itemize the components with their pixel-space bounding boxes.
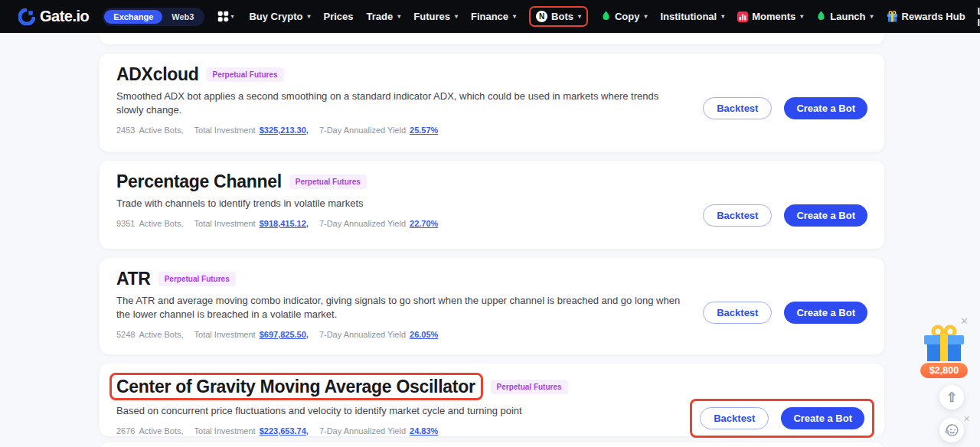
yield-value: 26.05% xyxy=(410,330,438,339)
nav-right-group: Log In Sign Up xyxy=(978,2,980,32)
back-to-top-button[interactable]: ⇧ xyxy=(939,385,964,409)
caret-down-icon: ▾ xyxy=(307,13,310,20)
caret-down-icon: ▾ xyxy=(513,13,516,20)
toggle-exchange[interactable]: Exchange xyxy=(104,10,162,24)
bots-n-icon: N xyxy=(536,11,547,22)
toggle-web3[interactable]: Web3 xyxy=(162,10,203,24)
caret-down-icon: ▾ xyxy=(230,13,234,20)
bot-title: ADXcloud xyxy=(116,63,199,86)
top-navbar: Gate.io Exchange Web3 ▾ Buy Crypto▾ Pric… xyxy=(0,0,980,33)
gate-logo[interactable]: Gate.io xyxy=(18,8,89,25)
nav-institutional[interactable]: Institutional▾ xyxy=(661,11,725,22)
bots-list: ADXcloud Perpetual Futures Smoothed ADX … xyxy=(0,33,980,447)
nav-buy-crypto[interactable]: Buy Crypto▾ xyxy=(249,11,310,22)
caret-down-icon: ▾ xyxy=(455,13,458,20)
yield-value: 22.70% xyxy=(410,219,438,228)
caret-down-icon: ▾ xyxy=(397,13,400,20)
caret-down-icon: ▾ xyxy=(578,13,581,20)
total-investment-value: $223,653.74, xyxy=(260,426,309,436)
nav-futures[interactable]: Futures▾ xyxy=(413,11,458,22)
nav-finance[interactable]: Finance▾ xyxy=(471,11,516,22)
bot-title: Percentage Channel xyxy=(116,170,282,193)
backtest-button[interactable]: Backtest xyxy=(703,204,772,227)
bot-card-atr: ATR Perpetual Futures The ATR and averag… xyxy=(100,258,884,354)
caret-down-icon: ▾ xyxy=(871,13,874,20)
bot-description: Trade with channels to identify trends i… xyxy=(116,197,687,210)
nav-trade[interactable]: Trade▾ xyxy=(367,11,401,22)
nav-launch[interactable]: Launch▾ xyxy=(816,11,873,22)
nav-moments[interactable]: Moments▾ xyxy=(737,11,803,22)
copy-flame-icon xyxy=(601,11,611,22)
gate-logo-icon xyxy=(18,8,35,25)
create-bot-button[interactable]: Create a Bot xyxy=(784,204,867,227)
logo-text: Gate.io xyxy=(40,8,89,25)
rewards-gift-icon xyxy=(887,11,898,22)
support-chat-button[interactable] xyxy=(939,418,964,442)
up-arrow-icon: ⇧ xyxy=(946,390,957,406)
perpetual-futures-badge: Perpetual Futures xyxy=(158,272,236,286)
bot-card-center-of-gravity: Center of Gravity Moving Average Oscilla… xyxy=(100,364,884,436)
yield-value: 24.83% xyxy=(410,426,438,436)
support-smiley-icon xyxy=(942,421,961,439)
bot-title-annotated: Center of Gravity Moving Average Oscilla… xyxy=(109,373,483,400)
annotated-buttons-box: Backtest Create a Bot xyxy=(690,399,874,438)
bot-stats: 2453 Active Bots, Total Investment $325,… xyxy=(116,126,867,135)
launch-flame-icon xyxy=(816,11,826,22)
nav-rewards-hub[interactable]: Rewards Hub xyxy=(887,11,965,22)
gift-box-icon[interactable] xyxy=(920,325,968,367)
nav-bots-highlighted[interactable]: N Bots▾ xyxy=(529,6,588,27)
bot-card-adxcloud: ADXcloud Perpetual Futures Smoothed ADX … xyxy=(100,54,884,152)
caret-down-icon: ▾ xyxy=(800,13,803,20)
total-investment-value: $918,415.12, xyxy=(260,219,309,228)
bot-card-percentage-channel: Percentage Channel Perpetual Futures Tra… xyxy=(100,161,884,249)
nav-copy[interactable]: Copy▾ xyxy=(601,11,648,22)
caret-down-icon: ▾ xyxy=(644,13,647,20)
total-investment-value: $325,213.30, xyxy=(260,126,309,135)
yield-value: 25.57% xyxy=(410,126,438,135)
moments-chart-icon xyxy=(737,11,748,22)
caret-down-icon: ▾ xyxy=(721,13,724,20)
total-investment-value: $697,825.50, xyxy=(260,330,309,339)
bot-description: Smoothed ADX bot applies a second smooth… xyxy=(116,90,687,117)
login-link[interactable]: Log In xyxy=(978,5,980,28)
bot-stats: 5248 Active Bots, Total Investment $697,… xyxy=(116,330,867,339)
exchange-web3-toggle[interactable]: Exchange Web3 xyxy=(103,8,204,26)
perpetual-futures-badge: Perpetual Futures xyxy=(289,175,367,189)
gift-amount-pill[interactable]: $2,800 xyxy=(920,363,968,378)
create-bot-button[interactable]: Create a Bot xyxy=(781,407,864,429)
card-partial-bottom xyxy=(100,442,884,447)
nav-menu: Buy Crypto▾ Prices Trade▾ Futures▾ Finan… xyxy=(249,6,965,27)
backtest-button[interactable]: Backtest xyxy=(700,407,769,429)
support-close-icon[interactable]: ✕ xyxy=(963,414,970,424)
bot-description: Based on concurrent price fluctuations a… xyxy=(116,404,687,418)
apps-grid-icon[interactable]: ▾ xyxy=(217,10,234,23)
bot-title: ATR xyxy=(116,267,151,290)
create-bot-button[interactable]: Create a Bot xyxy=(784,97,867,119)
create-bot-button[interactable]: Create a Bot xyxy=(784,302,867,324)
backtest-button[interactable]: Backtest xyxy=(703,97,772,119)
perpetual-futures-badge: Perpetual Futures xyxy=(491,380,568,394)
perpetual-futures-badge: Perpetual Futures xyxy=(207,67,284,82)
bot-description: The ATR and average moving combo indicat… xyxy=(116,294,687,321)
backtest-button[interactable]: Backtest xyxy=(703,302,772,324)
nav-prices[interactable]: Prices xyxy=(324,11,354,22)
